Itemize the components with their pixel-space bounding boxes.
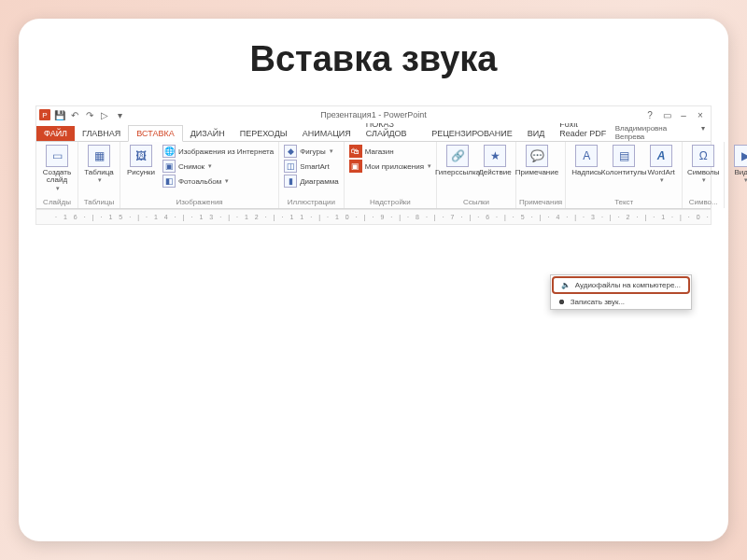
group-tables-label: Таблицы	[81, 197, 117, 208]
group-images: 🖼 Рисунки 🌐 Изображения из Интернета ▣ С…	[120, 142, 279, 208]
horizontal-ruler: ·16·|·15·|·14·|·13·|·12·|·11·|·10·|·9·|·…	[36, 209, 711, 224]
group-media: ▶ Видео 🔊 Звук ⏺ Запись экрана	[725, 142, 747, 208]
table-icon: ▦	[88, 145, 110, 167]
qat-save-icon[interactable]: 💾	[54, 109, 65, 120]
smartart-button[interactable]: ◫ SmartArt	[282, 159, 341, 174]
tab-insert[interactable]: ВСТАВКА	[128, 125, 182, 142]
window-controls: ? ▭ – ×	[643, 110, 711, 120]
minimize-button[interactable]: –	[677, 110, 690, 120]
group-addins: 🛍 Магазин ▣ Мои приложения Надстройки	[345, 142, 437, 208]
comment-icon: 💬	[526, 145, 548, 167]
tab-review[interactable]: РЕЦЕНЗИРОВАНИЕ	[424, 126, 520, 141]
shapes-icon: ◆	[284, 145, 297, 158]
header-footer-button[interactable]: ▤ Колонтитулы	[606, 144, 641, 177]
group-text-label: Текст	[569, 197, 679, 208]
my-apps-button[interactable]: ▣ Мои приложения	[347, 159, 433, 174]
page-title: Вставка звука	[19, 39, 728, 79]
chart-button[interactable]: ▮ Диаграмма	[282, 174, 341, 189]
online-pictures-button[interactable]: 🌐 Изображения из Интернета	[161, 144, 275, 159]
group-images-label: Изображения	[123, 197, 275, 208]
action-button[interactable]: ★ Действие	[477, 144, 513, 177]
qat-undo-icon[interactable]: ↶	[69, 109, 80, 120]
group-symbols: Ω Символы Симво...	[683, 142, 725, 208]
powerpoint-window: P 💾 ↶ ↷ ▷ ▾ Презентация1 - PowerPoint ? …	[35, 105, 712, 225]
audio-dropdown: 🔈 Аудиофайлы на компьютере... ⏺ Записать…	[550, 274, 692, 310]
hyperlink-icon: 🔗	[446, 145, 469, 167]
header-footer-icon: ▤	[613, 145, 635, 167]
group-links: 🔗 Гиперссылка ★ Действие Ссылки	[437, 142, 516, 208]
group-comments: 💬 Примечание Примечания	[516, 142, 566, 208]
ribbon-insert: ▭ Создать слайд Слайды ▦ Таблица Таблицы	[36, 142, 711, 209]
comment-button[interactable]: 💬 Примечание	[519, 144, 555, 177]
video-icon: ▶	[734, 145, 747, 167]
my-apps-icon: ▣	[349, 160, 362, 173]
help-icon[interactable]: ?	[643, 110, 656, 120]
online-pictures-icon: 🌐	[162, 145, 176, 158]
table-button[interactable]: ▦ Таблица	[81, 144, 117, 185]
record-icon: ⏺	[558, 298, 566, 306]
group-addins-label: Надстройки	[347, 197, 433, 208]
group-tables: ▦ Таблица Таблицы	[78, 142, 120, 208]
tab-animations[interactable]: АНИМАЦИЯ	[295, 126, 359, 141]
quick-access-toolbar: P 💾 ↶ ↷ ▷ ▾	[36, 109, 125, 120]
group-text: A Надпись ▤ Колонтитулы A WordArt Текст	[566, 142, 683, 208]
tab-design[interactable]: ДИЗАЙН	[183, 126, 233, 141]
tab-transitions[interactable]: ПЕРЕХОДЫ	[233, 126, 295, 141]
ribbon-display-options-icon[interactable]: ▭	[660, 110, 673, 120]
titlebar: P 💾 ↶ ↷ ▷ ▾ Презентация1 - PowerPoint ? …	[36, 106, 711, 123]
account-dropdown-icon: ▾	[701, 124, 705, 133]
pictures-button[interactable]: 🖼 Рисунки	[123, 144, 159, 177]
tab-view[interactable]: ВИД	[520, 126, 553, 141]
symbols-button[interactable]: Ω Символы	[685, 144, 721, 185]
group-illustrations-label: Иллюстрации	[282, 197, 341, 208]
group-illustrations: ◆ Фигуры ◫ SmartArt ▮ Диаграмма Иллюс	[279, 142, 345, 208]
textbox-button[interactable]: A Надпись	[569, 144, 604, 177]
wordart-button[interactable]: A WordArt	[643, 144, 679, 185]
tab-home[interactable]: ГЛАВНАЯ	[75, 126, 128, 141]
qat-start-slideshow-icon[interactable]: ▷	[99, 109, 110, 120]
group-links-label: Ссылки	[440, 197, 513, 208]
group-slides: ▭ Создать слайд Слайды	[36, 142, 78, 208]
document-title: Презентация1 - PowerPoint	[36, 110, 711, 119]
record-audio-item[interactable]: ⏺ Записать звук...	[551, 295, 691, 309]
shapes-button[interactable]: ◆ Фигуры	[282, 144, 341, 159]
qat-redo-icon[interactable]: ↷	[84, 109, 95, 120]
audio-from-file-item[interactable]: 🔈 Аудиофайлы на компьютере...	[552, 276, 690, 294]
textbox-icon: A	[575, 145, 598, 167]
hyperlink-button[interactable]: 🔗 Гиперссылка	[440, 144, 475, 177]
wordart-icon: A	[650, 145, 672, 167]
pictures-icon: 🖼	[130, 145, 152, 167]
screenshot-icon: ▣	[162, 160, 176, 173]
smartart-icon: ◫	[284, 160, 297, 173]
slide-card: Вставка звука P 💾 ↶ ↷ ▷ ▾ Презентация1 -…	[19, 19, 728, 541]
new-slide-icon: ▭	[46, 145, 68, 167]
app-icon: P	[39, 109, 50, 120]
close-button[interactable]: ×	[694, 110, 707, 120]
photo-album-icon: ◧	[162, 175, 176, 188]
group-comments-label: Примечания	[519, 197, 562, 208]
symbols-icon: Ω	[692, 145, 714, 167]
store-icon: 🛍	[349, 145, 362, 158]
store-button[interactable]: 🛍 Магазин	[347, 144, 433, 159]
photo-album-button[interactable]: ◧ Фотоальбом	[161, 174, 275, 189]
group-slides-label: Слайды	[39, 197, 75, 208]
tab-file[interactable]: ФАЙЛ	[36, 126, 75, 141]
chart-icon: ▮	[284, 175, 297, 188]
new-slide-button[interactable]: ▭ Создать слайд	[39, 144, 75, 193]
ribbon-tabs: ФАЙЛ ГЛАВНАЯ ВСТАВКА ДИЗАЙН ПЕРЕХОДЫ АНИ…	[36, 123, 711, 142]
action-icon: ★	[484, 145, 506, 167]
video-button[interactable]: ▶ Видео	[727, 144, 747, 185]
screenshot-button[interactable]: ▣ Снимок	[161, 159, 275, 174]
qat-more-icon[interactable]: ▾	[114, 109, 125, 120]
group-symbols-label: Симво...	[685, 197, 721, 208]
group-media-label	[727, 197, 747, 208]
speaker-icon: 🔈	[561, 281, 571, 289]
